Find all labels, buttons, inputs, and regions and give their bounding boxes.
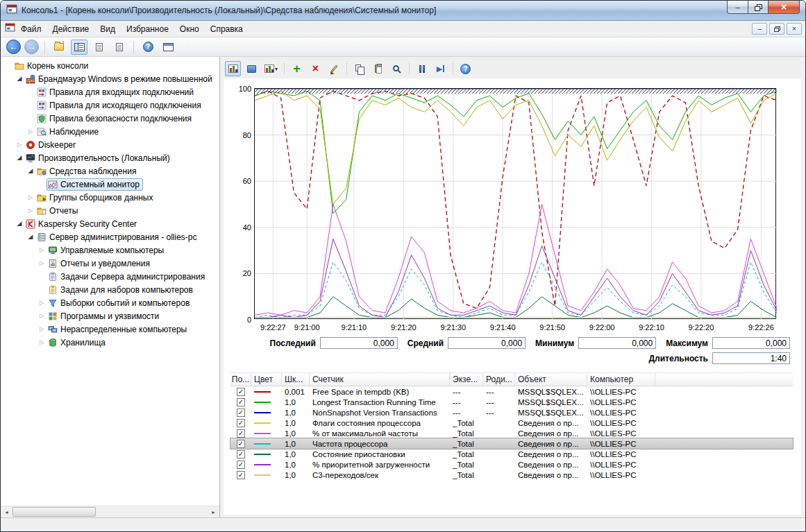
maximize-restore-button[interactable] xyxy=(748,1,768,14)
minimize-button[interactable]: – xyxy=(727,1,748,14)
counter-row-9[interactable]: ✓1,0С3-переходов/сек_TotalСведения о пр.… xyxy=(230,470,793,480)
counter-checkbox[interactable]: ✓ xyxy=(237,388,245,396)
pm-delete-counter-button[interactable]: × xyxy=(308,61,324,76)
toolbar-forward-button[interactable]: → xyxy=(24,40,39,54)
tree-item-computer-set-tasks[interactable]: Задачи для наборов компьютеров xyxy=(1,283,219,296)
tree-item-performance[interactable]: ◢Производительность (Локальный) xyxy=(1,151,219,164)
toolbar-help-button[interactable]: ? xyxy=(140,40,156,55)
counter-row-3[interactable]: ✓1,0NonSnapshot Version Transactions----… xyxy=(230,407,793,418)
scrollbar-track[interactable] xyxy=(12,506,208,518)
menu-help[interactable]: Справка xyxy=(205,22,249,37)
counter-checkbox[interactable]: ✓ xyxy=(237,461,245,469)
pm-view-log-data-button[interactable] xyxy=(244,61,260,76)
tree-item-inbound-rules[interactable]: Правила для входящих подключений xyxy=(1,85,219,98)
toolbar-export-list-button[interactable] xyxy=(91,40,108,55)
column-header-instance[interactable]: Экзе... xyxy=(450,373,483,386)
tree-item-unassigned-computers[interactable]: ▷Нераспределенные компьютеры xyxy=(1,323,219,336)
twisty-collapsed-icon[interactable]: ▷ xyxy=(15,138,24,151)
tree-item-reports-notifications[interactable]: ▷Отчеты и уведомления xyxy=(1,257,219,270)
child-close-button[interactable]: × xyxy=(787,23,802,35)
tree-item-event-computer-selections[interactable]: ▷Выборки событий и компьютеров xyxy=(1,296,219,309)
toolbar-up-one-level-button[interactable] xyxy=(51,40,67,55)
titlebar[interactable]: Консоль1 - [Корень консоли\Производитель… xyxy=(1,1,805,21)
pm-highlight-button[interactable] xyxy=(326,61,342,76)
menu-file[interactable]: Файл xyxy=(15,22,47,37)
counter-row-5[interactable]: ✓1,0% от максимальной частоты_TotalСведе… xyxy=(230,428,793,438)
toolbar-properties-button[interactable] xyxy=(111,40,128,55)
child-restore-button[interactable] xyxy=(769,23,784,35)
tree-item-monitoring-tools[interactable]: ◢Средства наблюдения xyxy=(1,164,219,178)
column-header-object[interactable]: Объект xyxy=(515,373,587,386)
pm-freeze-display-button[interactable] xyxy=(414,61,430,76)
tree-item-admin-server-tasks[interactable]: Задачи Сервера администрирования xyxy=(1,270,219,283)
child-minimize-button[interactable]: – xyxy=(752,23,767,35)
pm-view-current-activity-button[interactable] xyxy=(225,61,241,76)
tree-item-connection-security-rules[interactable]: Правила безопасности подключения xyxy=(1,112,219,125)
twisty-collapsed-icon[interactable]: ▷ xyxy=(26,191,35,204)
counter-row-1[interactable]: ✓0,001Free Space in tempdb (KB)------MSS… xyxy=(230,386,793,397)
counter-row-4[interactable]: ✓1,0Флаги состояния процессора_TotalСвед… xyxy=(230,418,793,428)
counter-row-6[interactable]: ✓1,0Частота процессора_TotalСведения о п… xyxy=(230,438,793,449)
twisty-expanded-icon[interactable]: ◢ xyxy=(15,72,24,85)
counter-checkbox[interactable]: ✓ xyxy=(237,429,245,438)
scroll-left-arrow-icon[interactable]: ◄ xyxy=(1,506,12,517)
tree-item-reports[interactable]: ▷Отчеты xyxy=(1,204,219,217)
menu-view[interactable]: Вид xyxy=(94,22,121,37)
menu-action[interactable]: Действие xyxy=(47,22,95,37)
tree-item-data-collector-sets[interactable]: ▷Группы сборщиков данных xyxy=(1,191,219,204)
counter-checkbox[interactable]: ✓ xyxy=(237,398,245,406)
counter-checkbox[interactable]: ✓ xyxy=(237,471,245,479)
column-header-computer[interactable]: Компьютер xyxy=(587,373,655,386)
tree-item-admin-server[interactable]: ◢Сервер администрирования - ollies-pc xyxy=(1,230,219,243)
pm-help-button[interactable]: ? xyxy=(457,61,473,76)
tree-item-performance-monitor[interactable]: Системный монитор xyxy=(1,178,219,191)
counter-checkbox[interactable]: ✓ xyxy=(237,440,245,448)
twisty-collapsed-icon[interactable]: ▷ xyxy=(26,125,35,138)
column-header-color[interactable]: Цвет xyxy=(251,373,282,386)
tree-item-managed-computers[interactable]: ▷Управляемые компьютеры xyxy=(1,243,219,257)
twisty-collapsed-icon[interactable]: ▷ xyxy=(26,204,35,217)
twisty-collapsed-icon[interactable]: ▷ xyxy=(37,257,47,270)
twisty-expanded-icon[interactable]: ◢ xyxy=(26,230,35,243)
tree-item-kaspersky-security-center[interactable]: ◢Kaspersky Security Center xyxy=(1,217,219,230)
counter-checkbox[interactable]: ✓ xyxy=(237,450,245,458)
twisty-expanded-icon[interactable]: ◢ xyxy=(15,151,24,164)
counter-row-7[interactable]: ✓1,0Состояние приостановки_TotalСведения… xyxy=(230,449,793,459)
tree-item-console-root[interactable]: Корень консоли xyxy=(1,59,219,72)
column-header-scale[interactable]: Шк... xyxy=(282,373,310,386)
tree-item-repositories[interactable]: ▷Хранилища xyxy=(1,336,219,349)
pm-properties-button[interactable] xyxy=(389,61,405,76)
column-header-counter[interactable]: Счетчик xyxy=(310,373,450,386)
close-button[interactable]: × xyxy=(768,1,800,14)
pm-copy-properties-button[interactable] xyxy=(351,61,367,76)
twisty-expanded-icon[interactable]: ◢ xyxy=(15,217,24,230)
column-header-parent[interactable]: Роди... xyxy=(483,373,515,386)
counter-row-8[interactable]: ✓1,0% приоритетной загруженности_TotalСв… xyxy=(230,459,793,470)
tree-item-windows-firewall[interactable]: ◢Брандмауэр Windows в режиме повышенной xyxy=(1,72,219,85)
pm-change-graph-type-button[interactable]: ▾ xyxy=(262,61,280,76)
twisty-collapsed-icon[interactable]: ▷ xyxy=(37,243,47,257)
twisty-expanded-icon[interactable]: ◢ xyxy=(26,164,35,178)
scrollbar-thumb[interactable] xyxy=(12,507,96,517)
menu-favorites[interactable]: Избранное xyxy=(121,22,174,37)
twisty-collapsed-icon[interactable]: ▷ xyxy=(37,323,47,336)
counter-checkbox[interactable]: ✓ xyxy=(237,419,245,427)
counter-checkbox[interactable]: ✓ xyxy=(237,409,245,417)
scroll-right-arrow-icon[interactable]: ► xyxy=(208,506,219,517)
tree-item-applications-vulnerabilities[interactable]: ▷Программы и уязвимости xyxy=(1,309,219,323)
tree-horizontal-scrollbar[interactable]: ◄ ► xyxy=(1,506,219,517)
column-header-show[interactable]: По... xyxy=(230,373,251,386)
toolbar-back-button[interactable]: ← xyxy=(6,40,21,54)
menu-window[interactable]: Окно xyxy=(174,22,205,37)
pm-update-data-button[interactable]: ▶ xyxy=(433,61,448,76)
toolbar-show-hide-console-tree-button[interactable] xyxy=(71,40,87,55)
twisty-collapsed-icon[interactable]: ▷ xyxy=(37,296,47,309)
toolbar-new-window-button[interactable] xyxy=(160,40,176,55)
tree-item-diskeeper[interactable]: ▷Diskeeper xyxy=(1,138,219,151)
tree-item-outbound-rules[interactable]: Правила для исходящего подключения xyxy=(1,98,219,112)
pm-paste-counter-list-button[interactable] xyxy=(370,61,386,76)
twisty-collapsed-icon[interactable]: ▷ xyxy=(37,336,47,349)
pm-add-counter-button[interactable]: + xyxy=(289,61,305,76)
tree-item-monitoring[interactable]: ▷Наблюдение xyxy=(1,125,219,138)
twisty-collapsed-icon[interactable]: ▷ xyxy=(37,309,47,323)
